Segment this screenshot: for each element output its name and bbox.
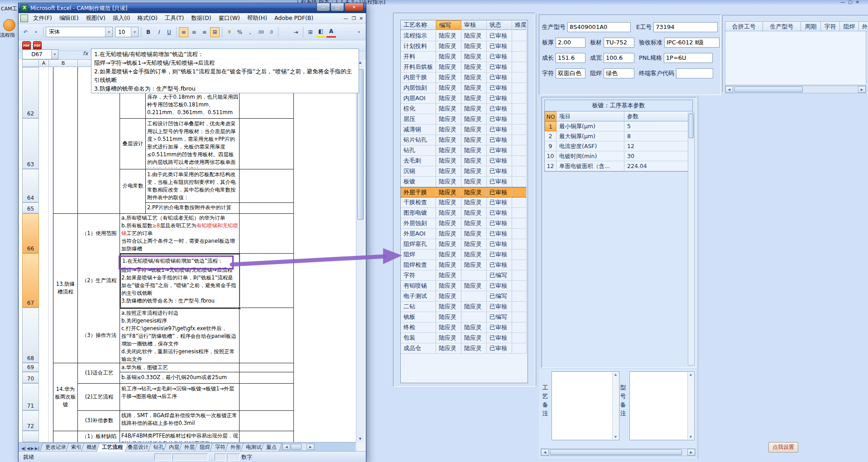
row-header-71[interactable]: 71 <box>22 383 39 410</box>
scroll-down-icon[interactable]: ▼ <box>356 437 364 441</box>
process-row[interactable]: 终检陆应灵陆应灵已审核 <box>401 322 528 333</box>
menu-item-1[interactable]: 编辑(E) <box>56 13 82 24</box>
cell-r62-text[interactable]: 库存，大于0.18mm 的，也只能采用四种专用凹蚀芯板0.181mm、0.211… <box>147 93 239 118</box>
percent-icon[interactable]: % <box>235 27 245 37</box>
scroll-left-icon[interactable]: ◀ <box>725 86 733 93</box>
legend-field[interactable]: 双面白色 <box>556 68 585 78</box>
process-row[interactable]: 内层蚀刻陆应灵陆应灵已审核 <box>401 83 528 93</box>
thickness-field[interactable]: 2.00 <box>556 38 585 48</box>
row-header-64[interactable]: 64 <box>22 169 39 202</box>
row-header-65[interactable]: 65 <box>22 202 39 213</box>
select-all-corner[interactable] <box>22 59 39 67</box>
scroll-left-icon[interactable]: ◀ <box>541 449 549 456</box>
cell-r66-text[interactable]: a.所有喷锡工艺（有铅或者无铅）的华为订单b.所有板层数≥8层且表明工艺为有铅喷… <box>121 214 238 253</box>
sheet-tab-3[interactable]: 工艺流程 <box>96 443 128 452</box>
note-vscrollbar[interactable]: ▲ ▼ <box>612 372 619 439</box>
cell-r72-text[interactable]: 线路，SMT，BGA焊盘补偿按华为板一次板镀正常线路补偿的基础上多补偿0.3mi… <box>121 412 238 428</box>
row-header-63[interactable]: 63 <box>22 118 39 169</box>
merge-column-header-1[interactable]: 生产型号 <box>763 21 801 31</box>
mask-field[interactable]: 绿色 <box>604 68 634 78</box>
merge-column-header-0[interactable]: 合拼工号 <box>725 21 763 31</box>
cell-r70-text[interactable]: b.基铜≤0.33OZ，最小孔铜20um或者25um <box>121 374 238 382</box>
font-size-select[interactable]: 10 ▾ <box>115 27 139 37</box>
scrollbar-thumb[interactable] <box>734 87 803 92</box>
merge-column-header-5[interactable]: 外层 <box>859 21 868 31</box>
process-row[interactable]: 层压陆应灵陆应灵已审核 <box>401 114 528 125</box>
scrollbar-thumb[interactable] <box>550 449 682 455</box>
params-row[interactable]: 9电流密度(ASF)12 <box>545 141 692 151</box>
column-header-B[interactable]: B <box>48 59 78 67</box>
scroll-right-icon[interactable]: ▶ <box>307 444 314 450</box>
menu-item-5[interactable]: 工具(T) <box>161 13 187 24</box>
process-row[interactable]: 成品仓陆应灵陆应灵已审核 <box>401 343 528 354</box>
fill-color-icon[interactable]: ◧ <box>316 26 326 38</box>
cell-r65-text[interactable]: 2.PP片的介电常数按附件表中的计算 <box>147 204 239 212</box>
merge-center-button[interactable]: ⊞ <box>210 27 220 37</box>
underline-button[interactable]: U <box>164 27 174 37</box>
column-header-0[interactable]: 工艺名称 <box>401 20 436 30</box>
chevron-down-icon[interactable]: ▾ <box>131 27 138 37</box>
process-row[interactable]: 铝片钻孔陆应灵陆应灵已审核 <box>401 135 528 145</box>
pdf-email-icon[interactable]: PDF <box>33 41 42 50</box>
process-row[interactable]: 阻焊检查陆应灵陆应灵已审核 <box>401 260 528 270</box>
merge-column-header-4[interactable]: 阻焊 <box>840 21 859 31</box>
chevron-down-icon[interactable]: ▾ <box>105 27 112 37</box>
process-row-selected[interactable]: 外层干膜陆应灵陆应灵已审核 <box>401 187 528 197</box>
cell-r64-text[interactable]: 1.由于此类订单采用的芯板配本结构改变，当板上有阻抗控制要求时，其介电常数相应改… <box>147 171 239 202</box>
scroll-right-icon[interactable]: ▶ <box>858 86 866 93</box>
workbook-restore-icon[interactable]: ❐ <box>352 16 356 21</box>
process-row[interactable]: 减薄铜陆应灵陆应灵已审核 <box>401 125 528 135</box>
cell-section13-title[interactable]: 13.防爆槽流程 <box>54 213 77 363</box>
decrease-decimal-icon[interactable]: .0 <box>266 27 276 37</box>
sheet-tab-12[interactable]: 重点 <box>261 443 282 452</box>
cell-r67-line1[interactable]: 1.在无铅喷锡/有铅喷锡前增加“铣边”流程： <box>122 257 231 265</box>
cell-section14-title[interactable]: 14.华为板两次板镀 <box>54 363 77 431</box>
scroll-right-icon[interactable]: ▶ <box>687 449 695 456</box>
standard-field[interactable]: IPC-6012 Ⅱ级 <box>664 38 719 48</box>
params-row[interactable]: 10电镀时间(min)30 <box>545 151 692 161</box>
currency-icon[interactable]: ¥ <box>225 27 234 37</box>
font-color-icon[interactable]: A <box>326 26 336 38</box>
undo-icon[interactable]: ↶ <box>21 27 30 37</box>
cell-r63-text[interactable]: 工程设计凹蚀订单叠层时，优先考虑采用以上型号的专用板材；当介质层的厚度＞0.51… <box>147 120 239 168</box>
row-header-62[interactable]: 62 <box>22 67 39 118</box>
process-row[interactable]: 棕化陆应灵陆应灵已审核 <box>401 104 528 114</box>
cell-r69-text[interactable]: a.华为板，图镀工艺 <box>121 364 238 371</box>
workbook-minimize-icon[interactable]: — <box>344 16 348 21</box>
menu-item-3[interactable]: 插入(I) <box>109 13 134 24</box>
scroll-down-icon[interactable]: ▼ <box>614 435 617 439</box>
decrease-indent-icon[interactable] <box>281 27 290 37</box>
merge-hscrollbar[interactable]: ◀ ▶ <box>725 86 866 93</box>
process-row[interactable]: 板镀陆应灵陆应灵已审核 <box>401 177 528 187</box>
sheet-vscrollbar[interactable]: ▲ ▼ <box>356 59 364 442</box>
cell-r72-label[interactable]: (3)补偿参数 <box>79 410 120 431</box>
increase-indent-icon[interactable]: ⇥ <box>291 27 301 37</box>
process-row[interactable]: 外层AOI陆应灵陆应灵已审核 <box>401 229 528 239</box>
row-header-67[interactable]: 67 <box>22 253 39 308</box>
row-header-next[interactable] <box>22 431 39 442</box>
scrollbar-thumb[interactable] <box>291 444 302 450</box>
workbook-close-icon[interactable]: ✕ <box>360 16 363 21</box>
row-header-68[interactable]: 68 <box>22 308 39 363</box>
scrollbar-thumb[interactable] <box>689 114 694 138</box>
model-field[interactable]: 8S409001A0 <box>567 22 631 32</box>
cell-r66-label[interactable]: （1）使用范围 <box>79 213 120 253</box>
note-vscrollbar2[interactable]: ▲ ▼ <box>687 372 694 439</box>
row-header-70[interactable]: 70 <box>22 372 39 383</box>
params-vscrollbar[interactable] <box>688 113 695 366</box>
menu-item-9[interactable]: Adobe PDF(B) <box>271 13 317 24</box>
align-right-button[interactable]: ≡ <box>200 27 209 37</box>
scroll-up-icon[interactable]: ▲ <box>690 373 692 376</box>
process-row[interactable]: 去毛刺陆应灵陆应灵已审核 <box>401 156 528 166</box>
process-row[interactable]: 电子测试陆应灵已编写 <box>401 291 528 302</box>
client-field[interactable] <box>676 68 713 78</box>
process-row[interactable]: 阻焊陆应灵陆应灵已审核 <box>401 250 528 260</box>
model-note-field[interactable]: ▲ ▼ <box>629 371 695 440</box>
scroll-down-icon[interactable]: ▼ <box>690 435 692 439</box>
settings-button[interactable]: 点我设置 <box>768 442 798 452</box>
merge-table-body[interactable] <box>725 31 866 85</box>
pdf-convert-icon[interactable]: PDF <box>22 41 31 50</box>
params-row[interactable]: 2最大铜厚(μm)8 <box>545 131 692 141</box>
borders-icon[interactable]: ⊞ <box>306 27 315 37</box>
maximize-button[interactable]: ▢ <box>331 3 344 11</box>
